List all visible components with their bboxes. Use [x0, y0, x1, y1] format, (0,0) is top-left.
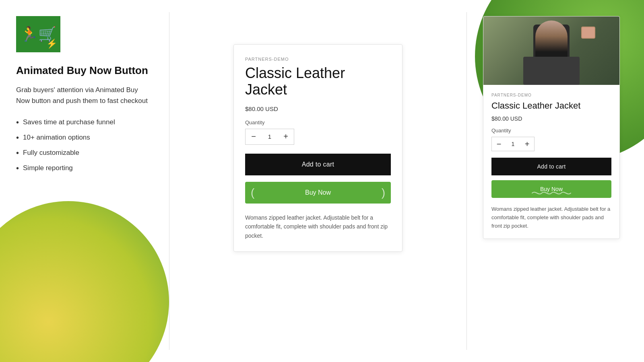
- center-store-label: PARTNERS-DEMO: [245, 57, 391, 62]
- mug-image: [581, 27, 595, 39]
- right-qty-increase-button[interactable]: +: [520, 137, 534, 151]
- center-qty-increase-button[interactable]: +: [278, 129, 294, 144]
- center-panel: PARTNERS-DEMO Classic Leather Jacket $80…: [186, 12, 450, 350]
- center-product-description: Womans zipped leather jacket. Adjustable…: [245, 213, 391, 240]
- feature-item-4: Simple reporting: [16, 163, 153, 173]
- right-product-price: $80.00 USD: [491, 115, 611, 122]
- app-title: Animated Buy Now Button: [16, 64, 153, 77]
- center-add-to-cart-button[interactable]: Add to cart: [245, 154, 391, 175]
- feature-list: Saves time at purchase funnel 10+ animat…: [16, 117, 153, 173]
- right-product-card: PARTNERS-DEMO Classic Leather Jacket $80…: [483, 16, 620, 239]
- center-buy-now-button[interactable]: Buy Now: [245, 182, 391, 204]
- left-panel: 🏃🛒 ⚡ Animated Buy Now Button Grab buyers…: [16, 12, 153, 350]
- center-quantity-control: − 1 +: [245, 129, 294, 145]
- right-product-description: Womans zipped leather jacket. Adjustable…: [491, 205, 611, 230]
- right-qty-value: 1: [506, 141, 520, 147]
- person-silhouette: [535, 21, 568, 73]
- page-layout: 🏃🛒 ⚡ Animated Buy Now Button Grab buyers…: [0, 0, 644, 362]
- vertical-divider: [169, 12, 169, 350]
- vertical-divider-2: [466, 12, 467, 350]
- right-panel: PARTNERS-DEMO Classic Leather Jacket $80…: [483, 12, 628, 350]
- product-image: [483, 16, 619, 85]
- feature-item-1: Saves time at purchase funnel: [16, 117, 153, 127]
- center-qty-decrease-button[interactable]: −: [246, 129, 262, 144]
- logo-lightning-icon: ⚡: [46, 39, 57, 49]
- right-qty-decrease-button[interactable]: −: [492, 137, 506, 151]
- center-product-card: PARTNERS-DEMO Classic Leather Jacket $80…: [233, 44, 402, 252]
- right-store-label: PARTNERS-DEMO: [491, 93, 611, 97]
- feature-item-2: 10+ animation options: [16, 133, 153, 142]
- right-product-title: Classic Leather Jacket: [491, 101, 611, 111]
- feature-item-3: Fully customizable: [16, 148, 153, 158]
- right-quantity-control: − 1 +: [491, 137, 535, 151]
- right-card-body: PARTNERS-DEMO Classic Leather Jacket $80…: [483, 85, 619, 239]
- logo: 🏃🛒 ⚡: [16, 16, 60, 52]
- right-quantity-label: Quantity: [491, 128, 611, 134]
- center-quantity-label: Quantity: [245, 119, 391, 125]
- buy-now-wave-icon: [527, 190, 576, 196]
- center-qty-value: 1: [262, 133, 278, 140]
- right-add-to-cart-button[interactable]: Add to cart: [491, 158, 611, 175]
- center-product-title: Classic Leather Jacket: [245, 65, 391, 98]
- app-description: Grab buyers' attention via Animated Buy …: [16, 85, 153, 106]
- right-buy-now-button[interactable]: Buy Now: [491, 180, 611, 198]
- center-product-price: $80.00 USD: [245, 105, 391, 112]
